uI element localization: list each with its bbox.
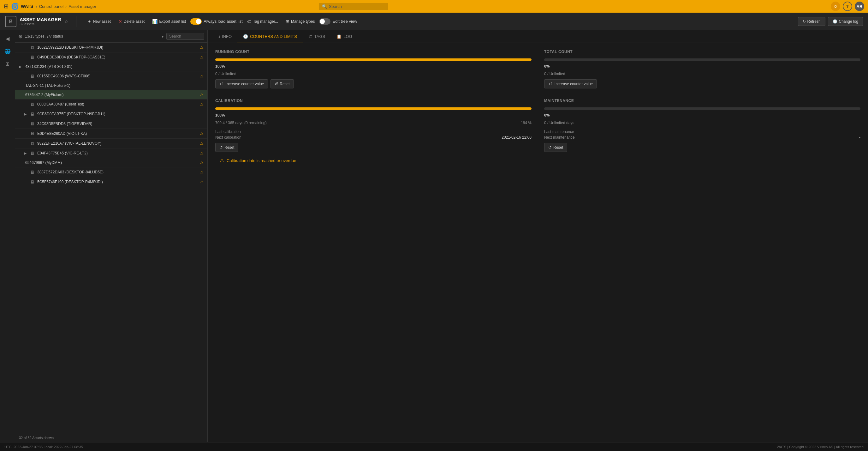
tag-manager-button[interactable]: 🏷 Tag manager... xyxy=(244,18,281,26)
maintenance-reset-label: Reset xyxy=(553,145,563,150)
maintenance-value: 0 / Unlimited days xyxy=(544,121,861,125)
list-item[interactable]: 🖥 5C5F6746F190 (DESKTOP-R4MRJDI) ⚠ xyxy=(15,177,207,187)
expand-icon: ▶ xyxy=(24,112,28,116)
sidebar-icon-back[interactable]: ◀ xyxy=(2,33,13,44)
list-item[interactable]: 🖥 1062E5992E2D (DESKTOP-R4MRJDI) ⚠ xyxy=(15,42,207,53)
list-item[interactable]: 🖥 3887D572DA03 (DESKTOP-84LUD5E) ⚠ xyxy=(15,168,207,177)
tab-log-label: LOG xyxy=(343,34,352,39)
warning-triangle-icon: ⚠ xyxy=(220,158,224,163)
maintenance-reset-button[interactable]: ↺ Reset xyxy=(544,143,567,152)
warning-icon: ⚠ xyxy=(200,160,204,165)
calibration-value: 709.4 / 365 days (0 remaining) xyxy=(215,121,267,125)
global-search-input[interactable] xyxy=(329,4,379,9)
status-bar: UTC: 2022-Jan-27 07:35 Local: 2022-Jan-2… xyxy=(0,442,868,451)
calibration-reset-button[interactable]: ↺ Reset xyxy=(215,143,238,152)
grid-icon[interactable]: ⊞ xyxy=(4,3,8,10)
list-item[interactable]: 654679667 (MyDMM) ⚠ xyxy=(15,158,207,168)
list-item[interactable]: ▶ 4321301234 (VTS-3010-01) xyxy=(15,62,207,71)
running-count-percent: 100% xyxy=(215,64,531,68)
manage-types-button[interactable]: ⊞ Manage types xyxy=(282,18,318,26)
plus-icon: ＋ xyxy=(87,19,92,24)
calibration-progress-fill xyxy=(215,108,531,110)
tab-tags[interactable]: 🏷 TAGS xyxy=(303,30,331,43)
sidebar-icon-globe[interactable]: 🌐 xyxy=(2,46,13,57)
list-item[interactable]: 🖥 00155DC49806 (WATS-CT006) ⚠ xyxy=(15,71,207,81)
delete-icon: ✕ xyxy=(118,19,122,24)
warning-icon: ⚠ xyxy=(200,45,204,50)
export-label: Export asset list xyxy=(159,19,186,24)
add-asset-icon[interactable]: ⊕ xyxy=(18,33,23,39)
running-count-buttons: +1 Increase counter value ↺ Reset xyxy=(215,79,531,88)
list-item[interactable]: 🖥 E0D4E8E260AD (VIC-LT-KA) ⚠ xyxy=(15,129,207,139)
plus-icon: +1 xyxy=(219,82,224,86)
new-asset-button[interactable]: ＋ New asset xyxy=(84,17,114,26)
breadcrumb-control-panel[interactable]: Control panel xyxy=(39,4,63,9)
manage-types-icon: ⊞ xyxy=(286,19,289,24)
device-icon: 🖥 xyxy=(30,121,35,126)
sidebar-icon-grid[interactable]: ⊞ xyxy=(2,58,13,69)
warning-text: Calibration date is reached or overdue xyxy=(227,158,296,163)
total-increase-label: Increase counter value xyxy=(555,82,593,86)
always-load-label: Always load asset list xyxy=(204,19,243,24)
warning-icon: ⚠ xyxy=(200,151,204,155)
delete-asset-button[interactable]: ✕ Delete asset xyxy=(115,18,148,26)
excel-icon: 📊 xyxy=(152,19,157,24)
expand-icon: ▶ xyxy=(19,65,23,69)
breadcrumb-asset-manager[interactable]: Asset manager xyxy=(68,4,96,9)
list-item[interactable]: 🖥 C49DEDE68D84 (DESKTOP-8CAS31E) ⚠ xyxy=(15,53,207,62)
list-item[interactable]: TAL-SN-11 (TAL-Fixture-1) xyxy=(15,81,207,90)
top-nav: ⊞ 🌀 WATS › Control panel › Asset manager… xyxy=(0,0,868,12)
total-increase-button[interactable]: +1 Increase counter value xyxy=(544,79,597,88)
counter-grid: RUNNING COUNT 100% 0 / Unlimited +1 Incr… xyxy=(215,50,861,152)
device-icon: 🖥 xyxy=(30,179,35,184)
reset-icon: ↺ xyxy=(548,145,552,150)
maintenance-section: MAINTENANCE 0% 0 / Unlimited days Last m… xyxy=(544,98,861,152)
last-calibration-row: Last calibration - xyxy=(215,129,531,134)
export-asset-list-button[interactable]: 📊 Export asset list xyxy=(149,18,189,26)
list-item[interactable]: 🖥 34C93D5FBDD8 (TIGERVIDAR) xyxy=(15,119,207,129)
device-icon: 🖥 xyxy=(30,170,35,175)
list-item[interactable]: ▶ 🖥 E04F43F75B45 (VIC-RE-LT2) ⚠ xyxy=(15,148,207,158)
tab-log[interactable]: 📋 LOG xyxy=(331,30,358,43)
help-button[interactable]: ? xyxy=(843,2,852,11)
running-count-title: RUNNING COUNT xyxy=(215,50,531,54)
refresh-button[interactable]: ↻ Refresh xyxy=(798,17,826,26)
device-icon: 🖥 xyxy=(30,73,35,79)
warning-icon: ⚠ xyxy=(200,131,204,136)
asset-search-input[interactable] xyxy=(166,33,204,40)
always-load-toggle[interactable] xyxy=(190,18,202,25)
tab-info[interactable]: ℹ INFO xyxy=(213,30,237,43)
maintenance-buttons: ↺ Reset xyxy=(544,143,861,152)
tab-counters[interactable]: 🕐 COUNTERS AND LIMITS xyxy=(237,30,303,43)
total-count-value: 0 / Unlimited xyxy=(544,72,861,76)
detail-panel: ℹ INFO 🕐 COUNTERS AND LIMITS 🏷 TAGS 📋 LO… xyxy=(208,30,868,442)
maintenance-percent: 0% xyxy=(544,113,861,118)
favorite-icon[interactable]: ☆ xyxy=(64,19,68,24)
new-asset-label: New asset xyxy=(93,19,111,24)
toolbar-right: ↻ Refresh 🕐 Change log xyxy=(798,17,863,26)
last-maintenance-value: - xyxy=(859,129,861,134)
device-icon: 🖥 xyxy=(30,102,35,107)
list-item[interactable]: ▶ 🖥 9CB6D0EAB75F (DESKTOP-N9BCJU1) xyxy=(15,109,207,119)
main-area: ◀ 🌐 ⊞ ⊕ 13/13 types, 7/7 status ▾ 🖥 1062… xyxy=(0,30,868,442)
filter-dropdown-arrow[interactable]: ▾ xyxy=(162,34,164,39)
device-icon: 🖥 xyxy=(30,45,35,50)
next-maintenance-label: Next maintenance xyxy=(544,135,575,140)
next-calibration-row: Next calibration 2021-02-16 22:00 xyxy=(215,135,531,140)
warning-icon: ⚠ xyxy=(200,141,204,146)
running-reset-button[interactable]: ↺ Reset xyxy=(271,79,293,88)
running-increase-button[interactable]: +1 Increase counter value xyxy=(215,79,268,88)
notifications-button[interactable]: 0 xyxy=(831,2,840,11)
list-item[interactable]: 6786447-2 (MyFixture) ⚠ xyxy=(15,90,207,99)
user-avatar[interactable]: AR xyxy=(855,2,864,11)
list-item[interactable]: 🖥 000D3AA80487 (ClientTest) ⚠ xyxy=(15,99,207,109)
status-time: UTC: 2022-Jan-27 07:35 Local: 2022-Jan-2… xyxy=(4,445,83,449)
list-item[interactable]: 🖥 9822EFE210A7 (VIC-TAL-LENOVOY) ⚠ xyxy=(15,139,207,148)
global-search-bar: 🔍 xyxy=(319,3,388,10)
edit-tree-toggle[interactable] xyxy=(319,18,331,25)
change-log-button[interactable]: 🕐 Change log xyxy=(828,17,863,26)
warning-icon: ⚠ xyxy=(200,180,204,184)
maintenance-title: MAINTENANCE xyxy=(544,98,861,103)
calibration-meta: Last calibration - Next calibration 2021… xyxy=(215,129,531,140)
device-icon: 🖥 xyxy=(30,55,35,60)
